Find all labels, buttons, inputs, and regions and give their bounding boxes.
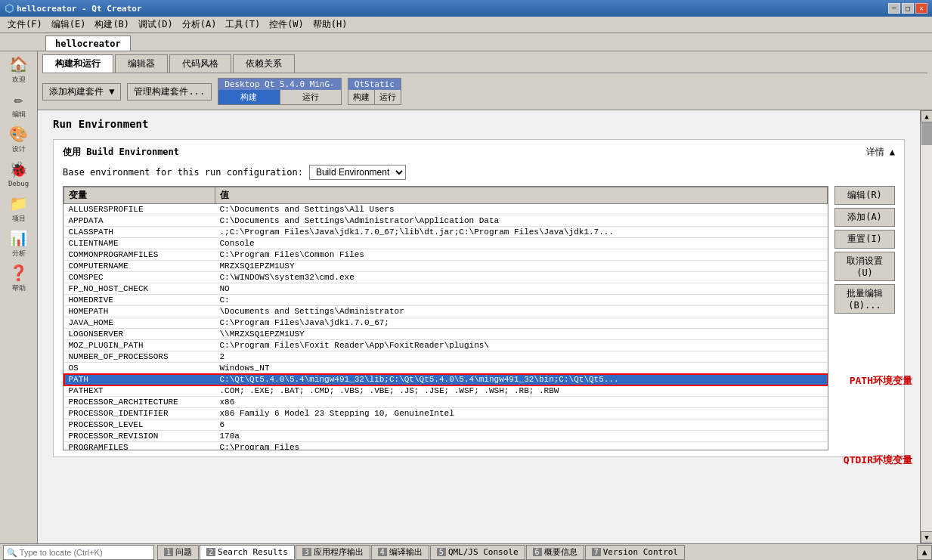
- status-bar: 1问题2Search Results3应用程序输出4编译输出5QML/JS Co…: [0, 543, 932, 560]
- table-row[interactable]: PROCESSOR_LEVEL6: [64, 419, 828, 431]
- tab-num-1: 2: [206, 548, 215, 556]
- top-tab-2[interactable]: 代码风格: [169, 54, 231, 73]
- var-table-wrapper[interactable]: 变量 值 ALLUSERSPROFILEC:\Documents and Set…: [63, 186, 828, 450]
- table-row[interactable]: ALLUSERSPROFILEC:\Documents and Settings…: [64, 204, 828, 215]
- table-row[interactable]: MOZ_PLUGIN_PATHC:\Program Files\Foxit Re…: [64, 340, 828, 351]
- sidebar-item-help[interactable]: ❓帮助: [2, 261, 36, 295]
- table-row[interactable]: OSWindows_NT: [64, 363, 828, 374]
- top-tab-3[interactable]: 依赖关系: [233, 54, 295, 73]
- doc-tab[interactable]: hellocreator: [45, 36, 131, 51]
- table-row[interactable]: COMPUTERNAMEMRZXSQ1EPZM1USY: [64, 261, 828, 272]
- var-name-cell: FP_NO_HOST_CHECK: [64, 283, 215, 295]
- kit-btn-0-0[interactable]: 构建: [218, 90, 280, 104]
- table-row[interactable]: CLIENTNAMEConsole: [64, 238, 828, 249]
- sidebar-label: 分析: [12, 249, 26, 258]
- kit-btn-1-1[interactable]: 运行: [375, 90, 401, 104]
- table-row[interactable]: NUMBER_OF_PROCESSORS2: [64, 351, 828, 363]
- status-arrow[interactable]: ▲: [917, 545, 932, 560]
- project-icon: 📁: [9, 194, 28, 212]
- sidebar-item-welcome[interactable]: 🏠欢迎: [2, 53, 36, 86]
- menu-item-widgets[interactable]: 控件(W): [265, 17, 308, 32]
- table-row[interactable]: PATHC:\Qt\Qt5.4.0\5.4\mingw491_32\lib;C:…: [64, 374, 828, 385]
- var-name-cell: OS: [64, 363, 215, 374]
- side-btn-1[interactable]: 添加(A): [834, 208, 895, 227]
- menu-item-analyze[interactable]: 分析(A): [178, 17, 221, 32]
- table-row[interactable]: CLASSPATH.;C:\Program Files\Java\jdk1.7.…: [64, 227, 828, 238]
- sidebar-item-analyze[interactable]: 📊分析: [2, 227, 36, 260]
- table-row[interactable]: HOMEDRIVEC:: [64, 295, 828, 306]
- table-row[interactable]: PROGRAMFILESC:\Program Files: [64, 442, 828, 451]
- table-row[interactable]: JAVA_HOMEC:\Program Files\Java\jdk1.7.0_…: [64, 317, 828, 329]
- table-row[interactable]: LOGONSERVER\\MRZXSQ1EPZM1USY: [64, 329, 828, 340]
- status-tab-5[interactable]: 6概要信息: [526, 545, 584, 560]
- var-name-cell: COMPUTERNAME: [64, 261, 215, 272]
- menu-item-build[interactable]: 构建(B): [90, 17, 134, 32]
- side-btn-3[interactable]: 取消设置(U): [834, 252, 895, 281]
- var-value-cell: \\MRZXSQ1EPZM1USY: [215, 329, 828, 340]
- status-tab-4[interactable]: 5QML/JS Console: [430, 545, 525, 560]
- menu-item-tools[interactable]: 工具(T): [221, 17, 265, 32]
- scroll-thumb[interactable]: [921, 122, 932, 145]
- var-value-cell: C:\Program Files: [215, 442, 828, 451]
- var-name-cell: COMSPEC: [64, 272, 215, 283]
- scroll-down-arrow[interactable]: ▼: [921, 531, 932, 543]
- var-name-cell: CLIENTNAME: [64, 238, 215, 249]
- table-row[interactable]: PROCESSOR_IDENTIFIERx86 Family 6 Model 2…: [64, 408, 828, 419]
- kit-btn-0-1[interactable]: 运行: [280, 90, 341, 104]
- side-btn-4[interactable]: 批量编辑(B)...: [834, 284, 895, 314]
- table-row[interactable]: PROCESSOR_REVISION170a: [64, 431, 828, 442]
- status-tabs: 1问题2Search Results3应用程序输出4编译输出5QML/JS Co…: [157, 545, 686, 560]
- table-row[interactable]: HOMEPATH\Documents and Settings\Administ…: [64, 306, 828, 317]
- sidebar-item-debug[interactable]: 🐞Debug: [2, 157, 36, 190]
- debug-icon: 🐞: [9, 160, 28, 178]
- design-icon: 🎨: [9, 125, 28, 143]
- status-tab-2[interactable]: 3应用程序输出: [296, 545, 370, 560]
- var-value-cell: 170a: [215, 431, 828, 442]
- var-name-cell: JAVA_HOME: [64, 317, 215, 329]
- side-buttons: 编辑(R)添加(A)重置(I)取消设置(U)批量编辑(B)...: [834, 186, 895, 450]
- var-name-cell: PROGRAMFILES: [64, 442, 215, 451]
- menu-item-file[interactable]: 文件(F): [3, 17, 47, 32]
- locate-input[interactable]: [7, 548, 150, 557]
- kit-btn-1-0[interactable]: 构建: [348, 90, 375, 104]
- kit-box-header-1: QtStatic: [348, 79, 401, 90]
- side-btn-2[interactable]: 重置(I): [834, 230, 895, 249]
- title-bar-controls[interactable]: ─ □ ✕: [888, 3, 927, 14]
- status-tab-0[interactable]: 1问题: [157, 545, 199, 560]
- minimize-button[interactable]: ─: [888, 3, 900, 14]
- status-tab-1[interactable]: 2Search Results: [200, 545, 295, 560]
- var-name-cell: MOZ_PLUGIN_PATH: [64, 340, 215, 351]
- var-table-body: ALLUSERSPROFILEC:\Documents and Settings…: [64, 204, 828, 451]
- menu-item-debug[interactable]: 调试(D): [134, 17, 178, 32]
- table-row[interactable]: COMSPECC:\WINDOWS\system32\cmd.exe: [64, 272, 828, 283]
- table-row[interactable]: COMMONPROGRAMFILESC:\Program Files\Commo…: [64, 249, 828, 261]
- menu-item-help[interactable]: 帮助(H): [308, 17, 352, 32]
- kit-row: 添加构建套件 ▼ 管理构建套件... Desktop Qt 5.4.0 MinG…: [42, 76, 927, 107]
- menu-item-edit[interactable]: 编辑(E): [47, 17, 91, 32]
- add-kit-button[interactable]: 添加构建套件 ▼: [42, 83, 121, 101]
- right-scrollbar[interactable]: ▲ ▼: [920, 110, 932, 543]
- side-btn-0[interactable]: 编辑(R): [834, 186, 895, 205]
- status-tab-6[interactable]: 7Version Control: [585, 545, 685, 560]
- scroll-up-arrow[interactable]: ▲: [921, 110, 932, 122]
- top-tab-1[interactable]: 编辑器: [115, 54, 168, 73]
- sidebar-item-design[interactable]: 🎨设计: [2, 122, 36, 156]
- tab-label-1: Search Results: [218, 547, 288, 557]
- sidebar-item-project[interactable]: 📁项目: [2, 192, 36, 225]
- table-row[interactable]: FP_NO_HOST_CHECKNO: [64, 283, 828, 295]
- table-row[interactable]: APPDATAC:\Documents and Settings\Adminis…: [64, 215, 828, 227]
- kit-boxes: Desktop Qt 5.4.0 MinG-构建运行QtStatic构建运行: [218, 78, 401, 105]
- detail-link[interactable]: 详情 ▲: [866, 146, 895, 159]
- maximize-button[interactable]: □: [902, 3, 914, 14]
- sidebar-item-edit[interactable]: ✏️编辑: [2, 88, 36, 121]
- base-env-select[interactable]: Build Environment: [309, 165, 406, 180]
- table-row[interactable]: PATHEXT.COM; .EXE; .BAT; .CMD; .VBS; .VB…: [64, 385, 828, 397]
- doc-tabs: hellocreator: [0, 33, 932, 51]
- base-env-row: Base environment for this run configurat…: [63, 165, 895, 180]
- top-tab-0[interactable]: 构建和运行: [42, 54, 113, 73]
- table-row[interactable]: PROCESSOR_ARCHITECTUREx86: [64, 397, 828, 408]
- menu-bar: 文件(F)编辑(E)构建(B)调试(D)分析(A)工具(T)控件(W)帮助(H): [0, 17, 932, 33]
- manage-kit-button[interactable]: 管理构建套件...: [127, 83, 212, 101]
- status-tab-3[interactable]: 4编译输出: [371, 545, 429, 560]
- close-button[interactable]: ✕: [915, 3, 927, 14]
